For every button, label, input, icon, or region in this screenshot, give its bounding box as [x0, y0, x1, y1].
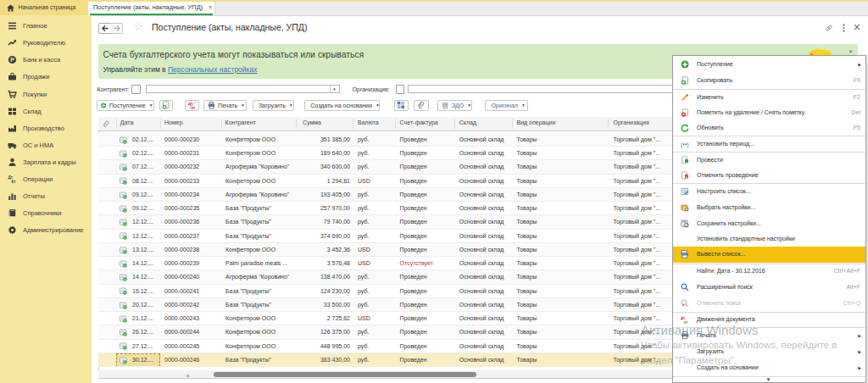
svg-text:кт: кт [191, 106, 195, 110]
svg-text:(: ( [681, 142, 683, 148]
svg-text:Кт: Кт [11, 180, 16, 184]
svg-text:): ) [687, 142, 688, 148]
svg-text:Дт: Дт [8, 175, 14, 180]
svg-text:Р: Р [10, 57, 14, 63]
